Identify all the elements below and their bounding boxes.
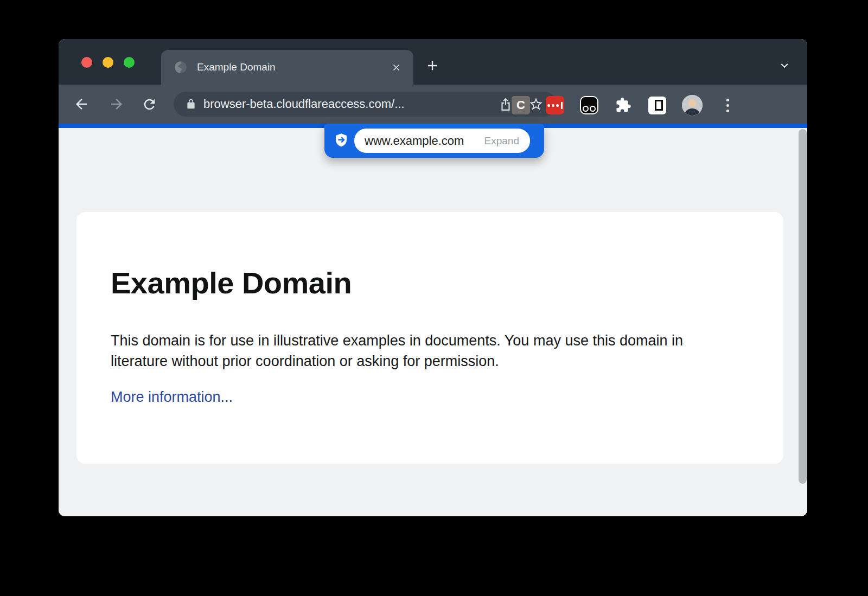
tab-close-icon[interactable] [391,62,401,73]
content-card: Example Domain This domain is for use in… [76,212,783,464]
kebab-menu-icon[interactable] [718,96,737,114]
forward-button[interactable] [105,93,128,116]
toolbar: browser-beta.cloudflareaccess.com/... C [59,85,807,124]
extensions-area: C [512,95,737,116]
more-information-link[interactable]: More information... [111,389,233,406]
back-button[interactable] [70,93,93,116]
browser-tab[interactable]: Example Domain [161,50,413,85]
profile-avatar[interactable] [682,95,703,116]
tab-title: Example Domain [197,61,391,73]
puzzle-extensions-icon[interactable] [614,96,633,114]
shield-arrow-icon [333,132,349,149]
tab-strip: Example Domain [59,39,807,85]
globe-favicon-icon [174,60,188,74]
reload-button[interactable] [138,93,161,116]
extension-panel-icon[interactable] [648,97,666,114]
chevron-down-icon[interactable] [775,56,794,75]
page-paragraph: This domain is for use in illustrative e… [111,330,733,371]
expand-button[interactable]: Expand [484,135,519,147]
extension-camera-icon[interactable] [580,96,598,114]
browser-window: Example Domain [59,39,807,516]
page-viewport: www.example.com Expand Example Domain Th… [59,128,807,516]
isolation-domain-field: www.example.com Expand [354,129,530,153]
new-tab-button[interactable] [423,56,442,75]
lock-icon[interactable] [186,98,196,110]
close-window-button[interactable] [81,57,92,68]
page-title: Example Domain [111,266,748,300]
extension-password-icon[interactable] [546,96,564,114]
zoom-window-button[interactable] [124,57,135,68]
vertical-scrollbar[interactable] [799,129,807,484]
url-text: browser-beta.cloudflareaccess.com/... [203,97,498,111]
isolated-domain-text: www.example.com [365,134,464,148]
window-controls [81,57,135,68]
isolation-domain-pill[interactable]: www.example.com Expand [324,124,544,158]
address-bar[interactable]: browser-beta.cloudflareaccess.com/... [174,92,557,117]
minimize-window-button[interactable] [103,57,113,68]
extension-c-icon[interactable]: C [512,96,530,114]
share-icon[interactable] [498,97,513,112]
